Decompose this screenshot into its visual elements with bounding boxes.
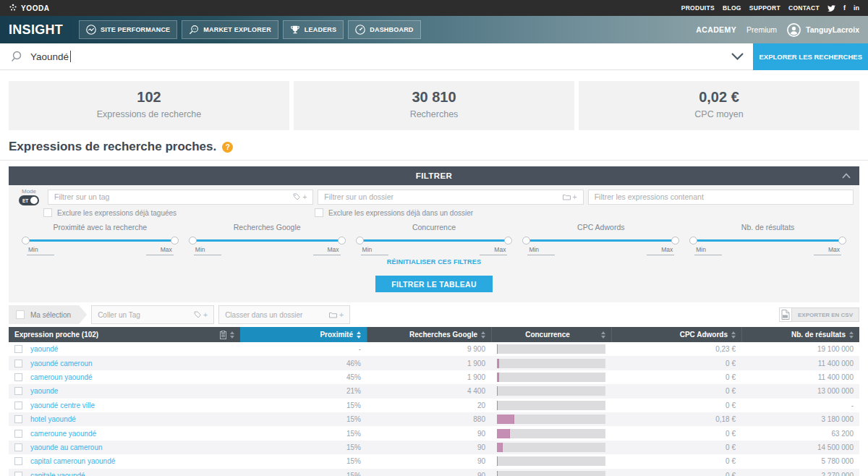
slider-min-field[interactable]: Min <box>694 245 722 255</box>
top-link-blog[interactable]: BLOG <box>723 4 741 12</box>
trophy-icon <box>290 25 300 35</box>
search-history-chevron-icon[interactable] <box>731 53 744 60</box>
slider-handle-min[interactable] <box>356 237 364 245</box>
row-checkbox[interactable] <box>14 415 22 423</box>
insight-logo[interactable]: INSIGHT <box>9 22 63 38</box>
expression-link[interactable]: yaoundé centre ville <box>30 401 95 409</box>
folder-plus-icon[interactable]: + <box>329 310 344 319</box>
slider-min-field[interactable]: Min <box>527 245 555 255</box>
search-input[interactable]: Yaoundé <box>0 51 731 62</box>
expression-link[interactable]: yaoundé cameroun <box>30 360 93 367</box>
twitter-icon[interactable] <box>827 5 835 12</box>
user-menu[interactable]: TanguyLacroix <box>787 23 859 37</box>
row-checkbox[interactable] <box>14 345 22 353</box>
slider-min-field[interactable]: Min <box>361 245 388 255</box>
slider-track[interactable] <box>522 237 679 245</box>
slider-handle-min[interactable] <box>522 237 530 245</box>
slider-track[interactable] <box>356 237 513 245</box>
row-checkbox[interactable] <box>14 401 22 409</box>
slider-max-field[interactable]: Max <box>313 245 341 255</box>
yooda-logo[interactable]: YOODA <box>9 4 50 12</box>
sort-icon[interactable] <box>849 331 854 339</box>
row-checkbox[interactable] <box>14 387 22 395</box>
nav-item-market-explorer[interactable]: MARKET EXPLORER <box>182 20 278 39</box>
linkedin-icon[interactable]: in <box>854 4 859 12</box>
column-header-3[interactable]: Concurrence <box>491 327 611 342</box>
row-checkbox[interactable] <box>14 472 22 476</box>
sort-icon[interactable] <box>481 331 485 339</box>
exclude-folder-checkbox[interactable]: Exclure les expressions déjà dans un dos… <box>315 208 473 217</box>
row-checkbox[interactable] <box>14 373 22 381</box>
my-selection-checkbox[interactable]: Ma sélection <box>9 305 87 324</box>
column-header-1[interactable]: Proximité <box>240 327 367 342</box>
column-header-5[interactable]: Nb. de résultats <box>741 327 859 342</box>
slider-track[interactable] <box>689 237 846 245</box>
nav-item-site-performance[interactable]: SITE PERFORMANCE <box>79 20 177 39</box>
tag-plus-icon[interactable]: + <box>194 310 208 319</box>
top-link-support[interactable]: SUPPORT <box>749 4 780 12</box>
reset-filters-link[interactable]: RÉINITIALISER CES FILTRES <box>14 258 854 265</box>
slider-handle-max[interactable] <box>504 237 512 245</box>
slider-handle-min[interactable] <box>22 237 30 245</box>
nav-premium-link[interactable]: Premium <box>746 25 777 34</box>
slider-handle-max[interactable] <box>171 237 179 245</box>
tag-plus-icon[interactable]: + <box>293 192 307 201</box>
column-header-2[interactable]: Recherches Google <box>367 327 491 342</box>
checkbox-icon[interactable] <box>315 208 323 217</box>
help-icon[interactable]: ? <box>222 142 233 153</box>
collapse-chevron-icon[interactable] <box>842 173 851 179</box>
facebook-icon[interactable]: f <box>843 4 846 12</box>
export-csv-button[interactable]: EXPORTER EN CSV <box>779 307 859 322</box>
expression-link[interactable]: yaoundé <box>30 345 58 353</box>
sort-icon[interactable] <box>357 331 361 339</box>
slider-min-field[interactable]: Min <box>27 245 54 255</box>
top-link-produits[interactable]: PRODUITS <box>681 4 715 12</box>
slider-max-field[interactable]: Max <box>814 245 841 255</box>
slider-max-field[interactable]: Max <box>480 245 507 255</box>
slider-handle-max[interactable] <box>838 237 846 245</box>
row-checkbox[interactable] <box>14 360 22 367</box>
sort-icon[interactable] <box>731 331 736 339</box>
exclude-tagged-checkbox[interactable]: Exclure les expressions déjà taguées <box>43 208 176 217</box>
sort-icon[interactable] <box>230 331 234 339</box>
slider-handle-max[interactable] <box>671 237 679 245</box>
slider-handle-min[interactable] <box>189 237 197 245</box>
nav-item-leaders[interactable]: LEADERS <box>283 20 344 39</box>
slider-track[interactable] <box>22 237 179 245</box>
filter-table-button[interactable]: FILTRER LE TABLEAU <box>375 276 493 292</box>
column-header-4[interactable]: CPC Adwords <box>611 327 741 342</box>
slider-min-field[interactable]: Min <box>194 245 221 255</box>
clipboard-icon[interactable] <box>220 331 226 339</box>
top-link-contact[interactable]: CONTACT <box>788 4 820 12</box>
slider-max-field[interactable]: Max <box>647 245 674 255</box>
nav-item-dashboard[interactable]: DASHBOARD <box>348 20 420 39</box>
expression-link[interactable]: yaounde au cameroun <box>30 443 103 451</box>
folder-plus-icon[interactable]: + <box>563 192 577 201</box>
nav-academy-link[interactable]: ACADEMY <box>696 25 736 34</box>
expression-link[interactable]: cameroun yaoundé <box>30 373 93 381</box>
slider-handle-min[interactable] <box>689 237 697 245</box>
row-checkbox[interactable] <box>14 457 22 465</box>
slider-handle-max[interactable] <box>338 237 346 245</box>
slider-max-field[interactable]: Max <box>146 245 174 255</box>
slider-track[interactable] <box>189 237 346 245</box>
explore-searches-button[interactable]: EXPLORER LES RECHERCHES <box>753 43 868 70</box>
expression-link[interactable]: capital cameroun yaoundé <box>30 457 115 465</box>
expression-link[interactable]: capitale yaoundé <box>30 472 85 476</box>
checkbox-icon[interactable] <box>43 208 52 217</box>
row-checkbox[interactable] <box>14 443 22 451</box>
expression-link[interactable]: cameroune yaoundé <box>30 430 96 438</box>
filter-contains-input[interactable]: Filtrer les expressions contenant <box>588 190 854 205</box>
filter-tag-input[interactable]: Filtrer sur un tag + <box>48 190 313 205</box>
classify-folder-input[interactable]: Classer dans un dossier + <box>218 305 350 324</box>
sort-icon[interactable] <box>601 331 605 339</box>
expression-link[interactable]: yaounde <box>30 387 58 395</box>
expression-link[interactable]: hotel yaoundé <box>30 415 76 423</box>
filter-folder-input[interactable]: Filtrer sur un dossier + <box>318 190 583 205</box>
filter-panel-header[interactable]: FILTRER <box>9 166 859 185</box>
paste-tag-input[interactable]: Coller un Tag + <box>91 305 214 324</box>
column-header-0[interactable]: Expression proche (102) <box>9 327 240 342</box>
mode-toggle[interactable]: ET <box>19 195 39 205</box>
checkbox-icon[interactable] <box>16 310 25 319</box>
row-checkbox[interactable] <box>14 430 22 438</box>
